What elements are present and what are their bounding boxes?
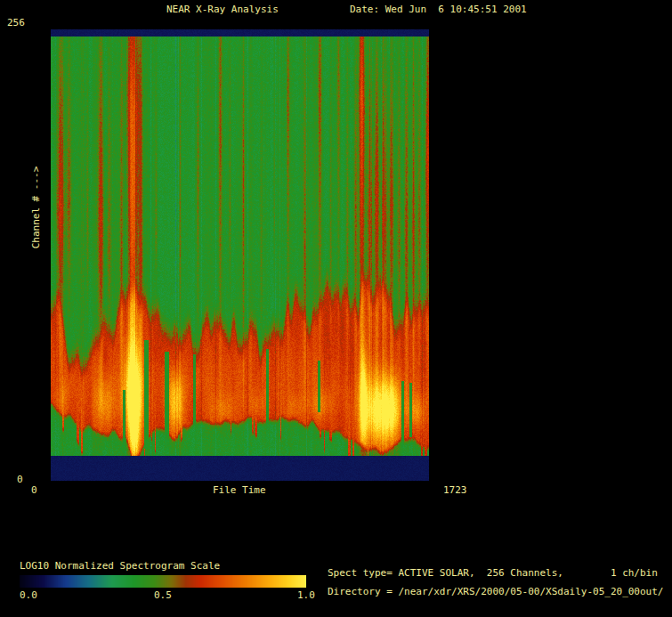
x-axis-max-label: 1723 xyxy=(443,484,467,496)
y-axis-title: Channel # ---> xyxy=(30,166,42,249)
date-label: Date: Wed Jun 6 10:45:51 2001 xyxy=(350,4,527,15)
near-xray-analysis-window: { "window": { "background": "#000000", "… xyxy=(0,0,672,617)
page-title: NEAR X-Ray Analysis xyxy=(166,4,279,15)
colorbar xyxy=(20,575,306,588)
colorbar-tick-max: 1.0 xyxy=(297,589,315,601)
spectrogram-plot xyxy=(51,29,429,481)
colorbar-tick-mid: 0.5 xyxy=(154,589,172,601)
colorbar-tick-min: 0.0 xyxy=(20,589,37,601)
spect-type-info: Spect type= ACTIVE SOLAR, 256 Channels, … xyxy=(328,567,658,579)
y-axis-min-label: 0 xyxy=(17,474,23,485)
y-axis-max-label: 256 xyxy=(7,17,25,28)
directory-info: Directory = /near/xdr/XRS/2000/05-00/XSd… xyxy=(328,586,664,597)
x-axis-title: File Time xyxy=(213,484,266,496)
x-axis-min-label: 0 xyxy=(31,484,37,496)
colorbar-title: LOG10 Normalized Spectrogram Scale xyxy=(20,560,220,572)
